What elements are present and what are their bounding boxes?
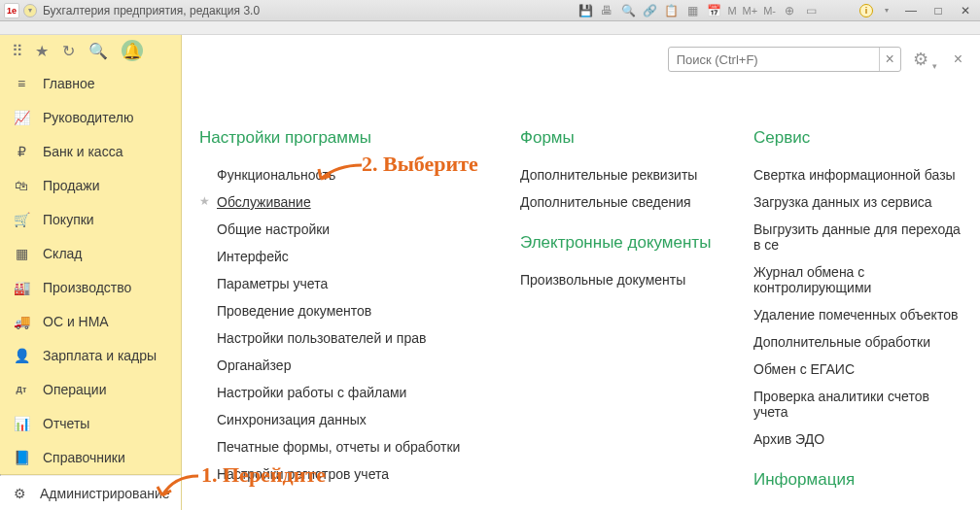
bag-icon: 🛍 bbox=[14, 178, 29, 193]
content-columns: Настройки программы Функциональность Обс… bbox=[199, 122, 962, 510]
link-load-service[interactable]: Загрузка данных из сервиса bbox=[753, 188, 962, 216]
link-maintenance[interactable]: Обслуживание bbox=[199, 188, 491, 216]
link-accounting-params[interactable]: Параметры учета bbox=[199, 270, 491, 297]
section-title-service: Сервис bbox=[753, 128, 962, 148]
apps-icon[interactable]: ⠿ bbox=[12, 42, 21, 60]
search-box[interactable]: × bbox=[668, 47, 901, 72]
maximize-button[interactable]: □ bbox=[928, 4, 949, 17]
cart-icon: 🛒 bbox=[14, 212, 29, 227]
link-registers[interactable]: Настройки регистров учета bbox=[199, 460, 491, 488]
close-button[interactable]: ✕ bbox=[955, 4, 976, 17]
link-export-data[interactable]: Выгрузить данные для перехода в се bbox=[753, 216, 962, 258]
link-interface[interactable]: Интерфейс bbox=[199, 243, 491, 270]
link-extra-info[interactable]: Дополнительные сведения bbox=[520, 188, 724, 216]
save-icon[interactable]: 💾 bbox=[578, 3, 593, 18]
link-exchange-log[interactable]: Журнал обмена с контролирующими bbox=[753, 258, 962, 301]
panels-icon[interactable]: ▭ bbox=[803, 3, 819, 18]
link-extra-props[interactable]: Дополнительные реквизиты bbox=[520, 161, 724, 188]
link-icon[interactable]: 🔗 bbox=[642, 3, 657, 18]
settings-gear-icon[interactable]: ⚙ bbox=[913, 49, 928, 70]
sidebar-item-label: Администрирование bbox=[40, 486, 170, 501]
link-general-settings[interactable]: Общие настройки bbox=[199, 216, 491, 243]
column-service: Сервис Свертка информационной базы Загру… bbox=[753, 122, 962, 510]
link-delete-marked[interactable]: Удаление помеченных объектов bbox=[753, 301, 962, 328]
sidebar-item-label: Производство bbox=[43, 280, 131, 295]
link-arbitrary-docs[interactable]: Произвольные документы bbox=[520, 266, 724, 293]
sidebar-item-production[interactable]: 🏭Производство bbox=[0, 270, 181, 304]
sidebar-item-directories[interactable]: 📘Справочники bbox=[0, 440, 181, 474]
window-title: Бухгалтерия предприятия, редакция 3.0 bbox=[43, 4, 260, 17]
grid-icon: ▦ bbox=[14, 246, 29, 261]
m-button[interactable]: M bbox=[727, 5, 736, 17]
link-data-sync[interactable]: Синхронизация данных bbox=[199, 406, 491, 433]
link-egais[interactable]: Обмен с ЕГАИС bbox=[753, 356, 962, 383]
sidebar-item-warehouse[interactable]: ▦Склад bbox=[0, 236, 181, 270]
app-logo: 1e bbox=[4, 3, 19, 18]
sidebar-item-manager[interactable]: 📈Руководителю bbox=[0, 100, 181, 134]
link-functionality[interactable]: Функциональность bbox=[199, 161, 491, 188]
column-settings: Настройки программы Функциональность Обс… bbox=[199, 122, 491, 510]
sidebar-item-reports[interactable]: 📊Отчеты bbox=[0, 406, 181, 440]
star-icon[interactable]: ★ bbox=[35, 42, 49, 60]
link-analytics-check[interactable]: Проверка аналитики счетов учета bbox=[753, 383, 962, 425]
link-file-settings[interactable]: Настройки работы с файлами bbox=[199, 379, 491, 406]
sidebar-item-bank[interactable]: ₽Банк и касса bbox=[0, 134, 181, 168]
bell-icon[interactable]: 🔔 bbox=[122, 40, 143, 61]
sidebar-top-tools: ⠿ ★ ↻ 🔍 🔔 bbox=[0, 35, 181, 66]
m-minus-button[interactable]: M- bbox=[763, 5, 776, 17]
zoom-in-icon[interactable]: ⊕ bbox=[782, 3, 797, 18]
app-dropdown-icon[interactable]: ▾ bbox=[23, 4, 37, 17]
sidebar-item-label: Покупки bbox=[43, 212, 94, 227]
link-addons[interactable]: Дополнительные обработки bbox=[753, 328, 962, 356]
section-title-forms: Формы bbox=[520, 128, 724, 148]
help-icon[interactable]: i bbox=[859, 4, 873, 17]
link-db-rollup[interactable]: Свертка информационной базы bbox=[753, 161, 962, 188]
sidebar-item-operations[interactable]: ДтОперации bbox=[0, 372, 181, 406]
main-panel: × ⚙ × Настройки программы Функциональнос… bbox=[182, 35, 980, 510]
sidebar-item-hr[interactable]: 👤Зарплата и кадры bbox=[0, 338, 181, 372]
search-clear-button[interactable]: × bbox=[879, 48, 900, 71]
search-nav-icon[interactable]: 🔍 bbox=[88, 42, 108, 60]
link-organizer[interactable]: Органайзер bbox=[199, 352, 491, 379]
section-title-edoc: Электронные документы bbox=[520, 233, 724, 253]
sidebar-item-sales[interactable]: 🛍Продажи bbox=[0, 168, 181, 202]
search-icon[interactable]: 🔍 bbox=[620, 3, 636, 18]
history-icon[interactable]: ↻ bbox=[62, 42, 75, 60]
menu-icon: ≡ bbox=[14, 76, 29, 91]
clipboard-icon[interactable]: 📋 bbox=[663, 3, 679, 18]
dtkt-icon: Дт bbox=[14, 385, 29, 394]
link-news[interactable]: Новости bbox=[753, 503, 962, 510]
panel-close-button[interactable]: × bbox=[954, 51, 962, 68]
help-dropdown-icon[interactable]: ▾ bbox=[879, 3, 894, 18]
sidebar-item-assets[interactable]: 🚚ОС и НМА bbox=[0, 304, 181, 338]
titlebar-tools: 💾 🖶 🔍 🔗 📋 ▦ 📅 M M+ M- ⊕ ▭ i ▾ — □ ✕ bbox=[578, 3, 976, 18]
calendar-icon[interactable]: 📅 bbox=[706, 3, 721, 18]
sidebar-item-label: Справочники bbox=[43, 450, 125, 465]
window-titlebar: 1e ▾ Бухгалтерия предприятия, редакция 3… bbox=[0, 0, 980, 21]
nav: ≡Главное 📈Руководителю ₽Банк и касса 🛍Пр… bbox=[0, 66, 181, 510]
sidebar-item-label: Продажи bbox=[43, 178, 99, 193]
sidebar-item-label: Зарплата и кадры bbox=[43, 348, 157, 363]
link-document-posting[interactable]: Проведение документов bbox=[199, 297, 491, 324]
sidebar-item-label: Операции bbox=[43, 382, 107, 397]
link-edo-archive[interactable]: Архив ЭДО bbox=[753, 425, 962, 453]
sidebar-item-label: Руководителю bbox=[43, 110, 133, 125]
sidebar-item-admin[interactable]: ⚙Администрирование bbox=[0, 476, 181, 510]
link-users-rights[interactable]: Настройки пользователей и прав bbox=[199, 324, 491, 352]
ruble-icon: ₽ bbox=[14, 144, 29, 159]
sidebar-item-purchases[interactable]: 🛒Покупки bbox=[0, 202, 181, 236]
secondary-toolbar bbox=[0, 21, 980, 35]
truck-icon: 🚚 bbox=[14, 314, 29, 329]
calc-icon[interactable]: ▦ bbox=[684, 3, 700, 18]
link-print-forms[interactable]: Печатные формы, отчеты и обработки bbox=[199, 433, 491, 460]
sidebar-item-label: Склад bbox=[43, 246, 83, 261]
print-icon[interactable]: 🖶 bbox=[599, 3, 614, 18]
search-input[interactable] bbox=[669, 52, 879, 67]
sidebar-item-label: Отчеты bbox=[43, 416, 89, 431]
minimize-button[interactable]: — bbox=[900, 4, 922, 17]
sidebar-item-main[interactable]: ≡Главное bbox=[0, 66, 181, 100]
main-toolbar: × ⚙ × bbox=[199, 35, 962, 84]
chart-icon: 📈 bbox=[14, 110, 29, 125]
gear-icon: ⚙ bbox=[14, 486, 26, 501]
m-plus-button[interactable]: M+ bbox=[743, 5, 758, 17]
